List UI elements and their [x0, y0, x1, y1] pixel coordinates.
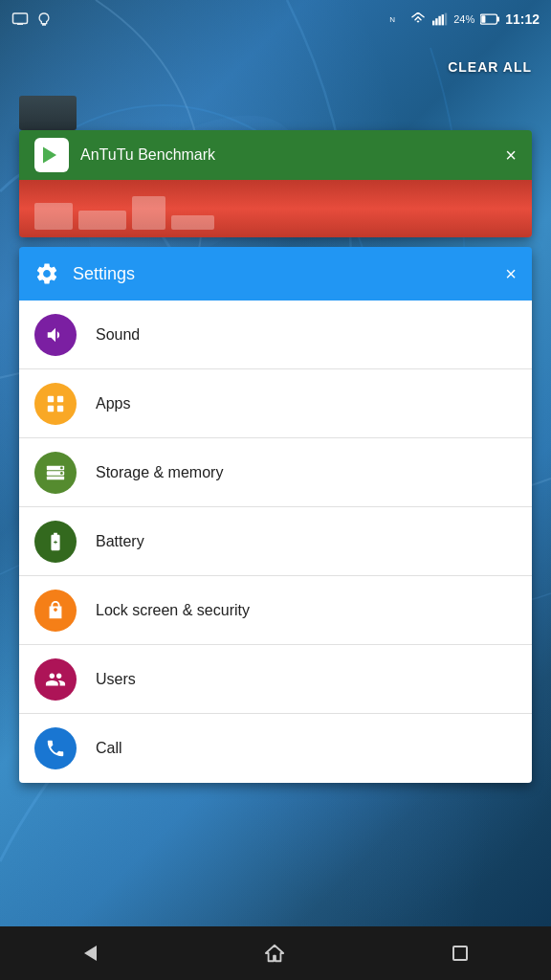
svg-rect-19: [47, 476, 64, 479]
settings-item-label: Battery: [96, 533, 144, 550]
settings-item[interactable]: Call: [19, 714, 532, 783]
thumbnail-content: [19, 96, 77, 130]
settings-item[interactable]: Apps: [19, 369, 532, 438]
settings-item[interactable]: Battery: [19, 507, 532, 576]
settings-item-icon-wrap: [34, 383, 77, 425]
back-icon: [84, 946, 97, 961]
settings-item-label: Lock screen & security: [96, 602, 250, 619]
antutu-header: AnTuTu Benchmark ×: [19, 130, 532, 180]
nav-bar: [0, 926, 551, 980]
svg-rect-13: [48, 395, 54, 401]
recents-icon: [452, 946, 468, 961]
svg-rect-16: [57, 405, 63, 411]
preview-bar-2: [78, 211, 126, 230]
back-button[interactable]: [61, 938, 120, 969]
antutu-app-info: AnTuTu Benchmark: [34, 138, 215, 172]
preview-bar-4: [171, 215, 214, 230]
antutu-preview-content: [19, 180, 532, 237]
svg-point-21: [60, 472, 63, 475]
settings-item-icon-wrap: [34, 590, 77, 632]
home-button[interactable]: [241, 935, 308, 971]
clear-all-bar: CLEAR ALL: [0, 38, 551, 96]
clear-all-button[interactable]: CLEAR ALL: [448, 59, 532, 75]
status-time: 11:12: [505, 11, 540, 27]
settings-item[interactable]: Lock screen & security: [19, 576, 532, 645]
svg-rect-15: [48, 405, 54, 411]
antutu-icon-wrap: [34, 138, 69, 172]
battery-icon: [480, 13, 499, 25]
status-right-icons: N 24% 11:12: [388, 11, 540, 27]
settings-app-card[interactable]: Settings × SoundAppsStorage & memoryBatt…: [19, 247, 532, 783]
settings-close-button[interactable]: ×: [505, 264, 517, 283]
settings-item-label: Users: [96, 671, 136, 688]
svg-rect-3: [17, 24, 23, 26]
settings-item-icon-wrap: [34, 314, 77, 356]
svg-point-20: [60, 466, 63, 469]
settings-item-label: Sound: [96, 326, 140, 344]
settings-item[interactable]: Storage & memory: [19, 438, 532, 507]
svg-rect-2: [13, 13, 28, 24]
recents-button[interactable]: [430, 938, 491, 969]
settings-app-info: Settings: [34, 261, 135, 286]
settings-item-icon-wrap: [34, 452, 77, 494]
preview-bars: [34, 196, 214, 230]
svg-rect-14: [57, 395, 63, 401]
recent-apps-container: AnTuTu Benchmark × Settings ×: [0, 130, 551, 783]
antutu-close-button[interactable]: ×: [505, 145, 517, 165]
settings-item-icon-wrap: [34, 658, 77, 701]
svg-rect-9: [445, 13, 447, 26]
battery-percentage: 24%: [453, 13, 474, 25]
svg-rect-11: [497, 17, 500, 22]
antutu-app-title: AnTuTu Benchmark: [80, 146, 215, 164]
preview-bar-3: [132, 196, 165, 230]
bulb-icon: [36, 11, 52, 28]
svg-text:N: N: [389, 15, 395, 24]
svg-rect-6: [435, 18, 437, 25]
settings-item[interactable]: Sound: [19, 301, 532, 369]
settings-item-label: Storage & memory: [96, 464, 223, 481]
signal-icon: [432, 12, 448, 26]
screen-icon: [11, 11, 29, 28]
settings-list: SoundAppsStorage & memoryBatteryLock scr…: [19, 301, 532, 783]
settings-item[interactable]: Users: [19, 645, 532, 714]
nfc-icon: N: [388, 11, 404, 27]
settings-item-icon-wrap: [34, 727, 77, 769]
settings-app-title: Settings: [73, 264, 135, 284]
gear-icon: [34, 261, 59, 286]
antutu-app-card[interactable]: AnTuTu Benchmark ×: [19, 130, 532, 237]
wifi-icon: [409, 12, 427, 26]
settings-item-icon-wrap: [34, 521, 77, 563]
app-thumbnail-strip: [19, 96, 77, 130]
svg-rect-5: [432, 21, 434, 26]
preview-bar-1: [34, 203, 73, 230]
svg-rect-7: [439, 16, 441, 26]
svg-rect-8: [442, 14, 444, 25]
status-left-icons: [11, 11, 52, 28]
settings-item-label: Apps: [96, 395, 130, 412]
antutu-app-icon: [40, 144, 63, 167]
home-icon: [264, 943, 285, 964]
settings-item-label: Call: [96, 740, 122, 757]
settings-header: Settings ×: [19, 247, 532, 301]
status-bar: N 24% 11:12: [0, 0, 551, 38]
svg-rect-12: [481, 15, 485, 23]
